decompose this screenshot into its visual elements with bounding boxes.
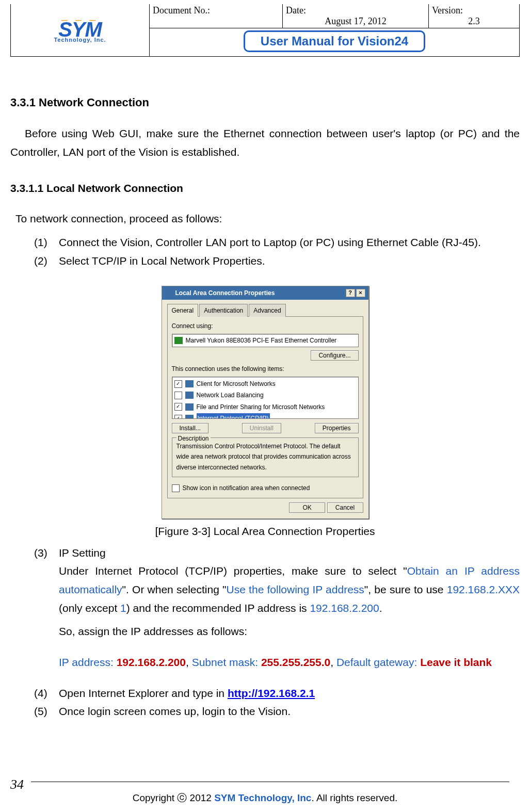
- step-4: (4) Open Internet Explorer and type in h…: [34, 684, 520, 703]
- step-1: (1) Connect the Vision, Controller LAN p…: [34, 233, 520, 252]
- network-icon: [165, 289, 173, 297]
- step-number: (2): [34, 252, 59, 270]
- proceed-paragraph: To network connection, proceed as follow…: [15, 209, 520, 228]
- text: .: [379, 602, 382, 614]
- step-number: (3): [34, 544, 59, 562]
- text: 2012: [187, 792, 214, 803]
- tab-general[interactable]: General: [167, 304, 199, 317]
- checkbox-icon[interactable]: [174, 403, 182, 411]
- footer-rule: [31, 782, 509, 782]
- item-label: Internet Protocol (TCP/IP): [197, 413, 270, 419]
- tab-panel-general: Connect using: Marvell Yukon 88E8036 PCI…: [167, 316, 363, 498]
- item-label: Client for Microsoft Networks: [197, 379, 276, 389]
- logo-cell: — — — SYM Technology, Inc.: [11, 4, 150, 56]
- tab-strip: General Authentication Advanced: [167, 304, 363, 317]
- step-number: (1): [34, 233, 59, 252]
- version-cell: Version: 2.3: [429, 4, 519, 28]
- step-3-body: Under Internet Protocol (TCP/IP) propert…: [59, 562, 520, 671]
- items-listbox[interactable]: Client for Microsoft Networks Network Lo…: [172, 377, 359, 419]
- ok-button[interactable]: OK: [289, 502, 325, 513]
- date-label: Date:: [286, 5, 425, 16]
- copyright: Copyright ⓒ 2012 SYM Technology, Inc. Al…: [10, 791, 520, 805]
- component-icon: [185, 403, 194, 411]
- docno-cell: Document No.:: [150, 4, 283, 28]
- text: ) and the recommended IP address is: [126, 602, 310, 614]
- step-3-paragraph-2: So, assign the IP addresses as follows:: [59, 622, 520, 641]
- lan-properties-dialog: Local Area Connection Properties ? × Gen…: [162, 286, 369, 519]
- step-number: (5): [34, 702, 59, 721]
- dialog-titlebar[interactable]: Local Area Connection Properties ? ×: [162, 286, 368, 300]
- description-legend: Description: [176, 433, 211, 444]
- checkbox-icon[interactable]: [174, 415, 182, 419]
- figure-3-3: Local Area Connection Properties ? × Gen…: [10, 286, 520, 519]
- cancel-button[interactable]: Cancel: [327, 502, 363, 513]
- adapter-field[interactable]: Marvell Yukon 88E8036 PCI-E Fast Etherne…: [172, 334, 359, 347]
- checkbox-icon[interactable]: [172, 484, 180, 492]
- text: ", be sure to use: [364, 583, 447, 595]
- close-button[interactable]: ×: [356, 289, 365, 297]
- text: Under Internet Protocol (TCP/IP) propert…: [59, 565, 407, 577]
- text: Open Internet Explorer and type in: [59, 687, 228, 699]
- step-5: (5) Once login screen comes up, login to…: [34, 702, 520, 721]
- properties-button[interactable]: Properties: [315, 423, 359, 433]
- date-value: August 17, 2012: [286, 16, 425, 27]
- uninstall-button[interactable]: Uninstall: [242, 423, 281, 433]
- company-name: SYM Technology, Inc: [214, 792, 311, 803]
- doc-title: User Manual for Vision24: [244, 30, 425, 52]
- step-list-cont: (3) IP Setting Under Internet Protocol (…: [34, 544, 520, 721]
- connect-using-label: Connect using:: [172, 321, 359, 331]
- heading-3-3-1-1: 3.3.1.1 Local Network Connection: [10, 179, 520, 198]
- highlight: 1: [120, 602, 126, 614]
- list-item[interactable]: Client for Microsoft Networks: [174, 378, 356, 389]
- step-text: Once login screen comes up, login to the…: [59, 702, 520, 721]
- version-label: Version:: [432, 5, 516, 16]
- list-item[interactable]: Network Load Balancing: [174, 389, 356, 401]
- adapter-name: Marvell Yukon 88E8036 PCI-E Fast Etherne…: [186, 335, 337, 346]
- step-number: (4): [34, 684, 59, 703]
- description-group: Description Transmission Control Protoco…: [172, 437, 359, 477]
- checkbox-icon[interactable]: [174, 380, 182, 388]
- component-icon: [185, 392, 194, 399]
- page-number: 34: [10, 777, 24, 792]
- show-icon-label: Show icon in notification area when conn…: [183, 483, 310, 493]
- step-text: Select TCP/IP in Local Network Propertie…: [59, 252, 520, 270]
- install-button[interactable]: Install...: [172, 423, 208, 433]
- docno-label: Document No.:: [153, 5, 279, 16]
- content: 3.3.1 Network Connection Before using We…: [10, 57, 520, 721]
- tab-authentication[interactable]: Authentication: [199, 304, 248, 317]
- version-value: 2.3: [432, 16, 516, 27]
- list-item[interactable]: File and Printer Sharing for Microsoft N…: [174, 401, 356, 413]
- date-cell: Date: August 17, 2012: [283, 4, 429, 28]
- step-3-paragraph: Under Internet Protocol (TCP/IP) propert…: [59, 562, 520, 617]
- intro-paragraph: Before using Web GUI, make sure the Ethe…: [10, 124, 520, 161]
- ip-address-value: 192.168.2.200: [117, 656, 186, 668]
- component-icon: [185, 415, 194, 419]
- items-label: This connection uses the following items…: [172, 364, 359, 374]
- tab-advanced[interactable]: Advanced: [249, 304, 285, 317]
- configure-button[interactable]: Configure...: [311, 350, 358, 361]
- show-icon-row[interactable]: Show icon in notification area when conn…: [172, 482, 359, 494]
- subnet-mask-label: Subnet mask: [192, 656, 255, 668]
- ip-settings-line: IP address: 192.168.2.200, Subnet mask: …: [59, 653, 520, 672]
- highlight: Use the following IP address: [227, 583, 364, 595]
- text: Copyright: [133, 792, 178, 803]
- gateway-label: Default gateway: [336, 656, 414, 668]
- description-text: Transmission Control Protocol/Internet P…: [176, 441, 354, 473]
- help-button[interactable]: ?: [346, 289, 355, 297]
- highlight: 192.168.2.XXX: [447, 583, 520, 595]
- url-link[interactable]: http://192.168.2.1: [228, 687, 315, 699]
- text: . All rights reserved.: [311, 792, 397, 803]
- gateway-value: Leave it blank: [420, 656, 492, 668]
- page-footer: 34 Copyright ⓒ 2012 SYM Technology, Inc.…: [10, 777, 520, 805]
- item-label: File and Printer Sharing for Microsoft N…: [197, 402, 325, 412]
- checkbox-icon[interactable]: [174, 392, 182, 399]
- text: ". Or when selecting ": [122, 583, 227, 595]
- step-text: Connect the Vision, Controller LAN port …: [59, 233, 520, 252]
- list-item-selected[interactable]: Internet Protocol (TCP/IP): [174, 413, 356, 419]
- figure-caption: [Figure 3-3] Local Area Connection Prope…: [10, 522, 520, 541]
- logo-sub: Technology, Inc.: [54, 38, 106, 42]
- step-list: (1) Connect the Vision, Controller LAN p…: [34, 233, 520, 270]
- step-text: Open Internet Explorer and type in http:…: [59, 684, 520, 703]
- text: (only except: [59, 602, 120, 614]
- dialog-title-text: Local Area Connection Properties: [175, 288, 345, 298]
